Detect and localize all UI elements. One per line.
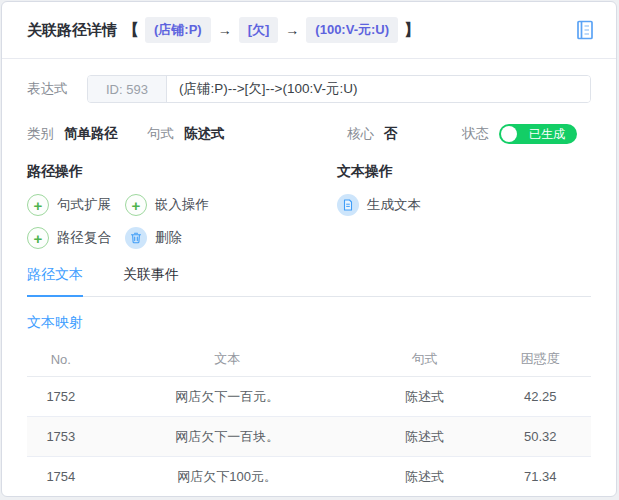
plus-icon: + [27,227,49,249]
panel-header: 关联路径详情 【 (店铺:P) → [欠] → (100:V-元:U) 】 [2,2,616,59]
bracket-close: 】 [404,20,420,41]
tab-related-events[interactable]: 关联事件 [123,266,179,296]
table-cell: 42.25 [489,389,591,404]
table-body: 1752网店欠下一百元。陈述式42.251753网店欠下一百块。陈述式50.32… [27,377,591,497]
category-label: 类别 [27,125,54,143]
path-node-tag: (店铺:P) [145,17,211,43]
status-label: 状态 [462,125,489,143]
expression-row: 表达式 ID: 593 (店铺:P)-->[欠]-->(100:V-元:U) [27,75,591,103]
path-node-tag: (100:V-元:U) [306,17,398,43]
table-cell: 陈述式 [360,388,490,406]
plus-icon: + [27,194,49,216]
expression-id-prefix: ID: 593 [88,76,167,102]
table-cell: 1754 [27,469,95,484]
table-cell: 网店欠下100元。 [95,468,360,486]
table-row: 1753网店欠下一百块。陈述式50.32 [27,417,591,457]
bracket-open: 【 [123,20,139,41]
expression-input[interactable]: (店铺:P)-->[欠]-->(100:V-元:U) [167,76,590,102]
generate-text-button[interactable]: 生成文本 [337,194,421,216]
page-title: 关联路径详情 [27,21,117,40]
table-header-row: No. 文本 句式 困惑度 [27,342,591,377]
arrow-right-icon: → [285,22,299,38]
path-ops-title: 路径操作 [27,163,312,181]
status-toggle[interactable]: 已生成 [499,124,577,144]
column-header-text: 文本 [95,350,360,368]
path-detail-panel: 关联路径详情 【 (店铺:P) → [欠] → (100:V-元:U) 】 表达… [1,1,617,497]
delete-button[interactable]: 删除 [125,227,182,249]
core-label: 核心 [347,125,374,143]
text-ops-title: 文本操作 [337,163,591,181]
text-mapping-table: No. 文本 句式 困惑度 1752网店欠下一百元。陈述式42.251753网店… [27,342,591,497]
toggle-knob-icon [501,126,517,142]
path-compose-button[interactable]: + 路径复合 [27,227,111,249]
plus-icon: + [125,194,147,216]
sentence-type-value: 陈述式 [184,125,225,143]
text-mapping-subtitle: 文本映射 [27,314,591,332]
column-header-sentence-type: 句式 [360,350,490,368]
path-node-tag: [欠] [239,17,279,43]
status-badge: 已生成 [521,124,573,144]
core-value: 否 [384,125,398,143]
table-cell: 网店欠下一百块。 [95,428,360,446]
table-row: 1752网店欠下一百元。陈述式42.25 [27,377,591,417]
table-cell: 陈述式 [360,428,490,446]
arrow-right-icon: → [218,22,232,38]
table-cell: 50.32 [489,429,591,444]
tab-path-text[interactable]: 路径文本 [27,266,83,297]
expression-label: 表达式 [27,80,75,98]
tab-bar: 路径文本 关联事件 [27,266,591,297]
meta-row: 类别 简单路径 句式 陈述式 核心 否 状态 已生成 [27,124,591,144]
document-icon [337,194,359,216]
operations-section: 路径操作 + 句式扩展 + 嵌入操作 + 路径复合 [27,163,591,249]
trash-icon [125,227,147,249]
embed-operation-button[interactable]: + 嵌入操作 [125,194,209,216]
table-cell: 1753 [27,429,95,444]
notebook-icon[interactable] [574,19,596,41]
category-value: 简单路径 [64,125,118,143]
column-header-perplexity: 困惑度 [489,350,591,368]
expression-input-group: ID: 593 (店铺:P)-->[欠]-->(100:V-元:U) [87,75,591,103]
table-cell: 陈述式 [360,468,490,486]
column-header-no: No. [27,352,95,367]
table-cell: 网店欠下一百元。 [95,388,360,406]
table-row: 1754网店欠下100元。陈述式71.34 [27,457,591,497]
table-cell: 1752 [27,389,95,404]
table-cell: 71.34 [489,469,591,484]
expand-sentence-button[interactable]: + 句式扩展 [27,194,111,216]
sentence-type-label: 句式 [147,125,174,143]
